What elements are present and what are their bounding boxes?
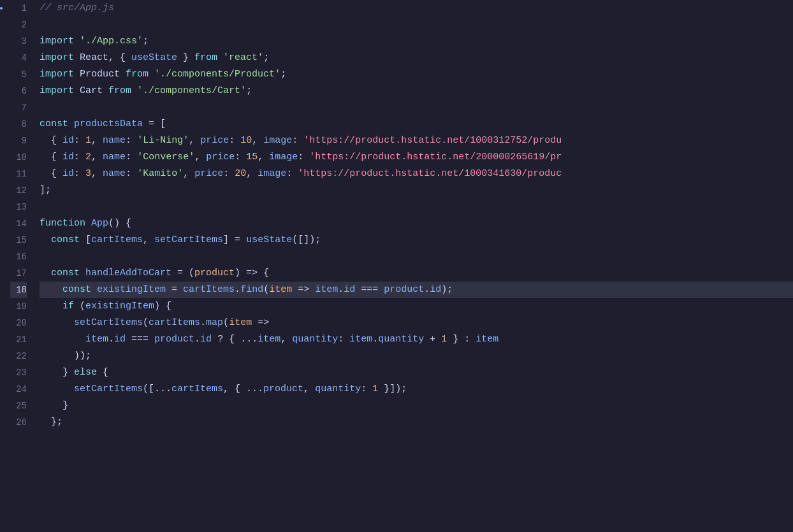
usestate-4: useState	[131, 50, 177, 66]
code-line-5: import Product from './components/Produc…	[40, 66, 793, 83]
else-21: } :	[447, 332, 476, 347]
map-20: map	[206, 315, 223, 331]
image-11: image	[258, 166, 286, 182]
code-line-18: const existingItem = cartItems . find ( …	[40, 282, 793, 298]
comma-15: ,	[143, 233, 154, 248]
closebrace-25: }	[62, 398, 68, 413]
line-num-7: 7	[10, 99, 27, 116]
comma-9a: ,	[91, 133, 103, 148]
txt-4a: React,	[74, 50, 120, 66]
cartitems-20: cartItems	[149, 315, 200, 331]
item-21a: item	[85, 332, 108, 347]
tripleq-18: ===	[355, 282, 384, 298]
line-num-21: 21	[10, 331, 27, 348]
line-num-14: 14	[10, 215, 27, 232]
code-line-1: // src/App.js	[40, 0, 793, 17]
code-line-26: };	[40, 414, 793, 431]
colon-10d: :	[298, 150, 309, 165]
space-3	[74, 34, 80, 49]
line-num-6: 6	[10, 83, 27, 99]
close-24: }]);	[378, 382, 407, 397]
sp-4	[217, 50, 223, 66]
code-line-6: import Cart from './components/Cart' ;	[40, 83, 793, 99]
sp-5c	[149, 67, 154, 82]
str-kamito: 'Kamito'	[137, 166, 183, 182]
product-21: product	[154, 332, 194, 347]
cart-6: Cart	[80, 83, 103, 99]
indent-17	[40, 266, 51, 281]
indent-11	[40, 166, 51, 182]
closebracket-12: ];	[40, 183, 51, 198]
code-line-3: import './App.css' ;	[40, 33, 793, 50]
dot-21a: .	[108, 332, 114, 347]
qty-21: quantity	[378, 332, 424, 347]
gutter-cell-16	[0, 248, 5, 265]
line-num-11: 11	[10, 166, 27, 182]
sp-15a: [	[80, 233, 91, 248]
product-5: Product	[80, 67, 120, 82]
code-line-25: }	[40, 398, 793, 414]
colon-11d: :	[286, 166, 298, 182]
indent-22	[40, 349, 74, 364]
gutter-cell-5	[0, 66, 5, 83]
line-num-25: 25	[10, 398, 27, 414]
gutter-cell-11	[0, 166, 5, 182]
colon-9a: :	[74, 133, 85, 148]
paren-24a: ([...	[143, 382, 171, 397]
code-line-16	[40, 248, 793, 265]
code-content: // src/App.js import './App.css' ; impor…	[32, 0, 793, 532]
sp-5a	[74, 67, 80, 82]
dot-20: .	[200, 315, 206, 331]
line-num-1: 1	[10, 0, 27, 17]
str-cart: './components/Cart'	[137, 83, 246, 99]
line-num-12: 12	[10, 182, 27, 199]
closebrace-23: }	[62, 365, 74, 380]
num-10a: 2	[85, 150, 91, 165]
id-18b: id	[430, 282, 441, 298]
str-product: './components/Product'	[154, 67, 280, 82]
ternary-21: ? { ...	[212, 332, 258, 347]
comma-9c: ,	[252, 133, 263, 148]
gutter-cell-25	[0, 398, 5, 414]
colon-21: :	[338, 332, 349, 347]
fn-handle-17: handleAddToCart	[85, 266, 171, 281]
from-4: from	[194, 50, 217, 66]
indent-26	[40, 415, 51, 430]
close-22: ));	[74, 349, 91, 364]
comma-10a: ,	[91, 150, 103, 165]
parens-15: ([]);	[292, 233, 321, 248]
code-line-19: if ( existingItem ) {	[40, 298, 793, 315]
line-num-13: 13	[10, 199, 27, 215]
indent-19	[40, 299, 62, 314]
setcartitems-20: setCartItems	[74, 315, 143, 331]
line-num-24: 24	[10, 381, 27, 398]
item-18b: item	[315, 282, 338, 298]
comma-10c: ,	[258, 150, 269, 165]
brace-4a: {	[120, 50, 131, 66]
const-15: const	[51, 233, 80, 248]
kw-if-19: if	[62, 299, 74, 314]
from-6: from	[108, 83, 131, 99]
num-9b: 10	[240, 133, 252, 148]
code-area: 1 2 3 4 5 6 7 8 9 10 11 12 13 14 15 16 1…	[0, 0, 793, 532]
cartitems-18: cartItems	[183, 282, 235, 298]
code-line-7	[40, 99, 793, 116]
param-item-20: item	[229, 315, 252, 331]
line-num-9: 9	[10, 133, 27, 149]
gutter-cell-19	[0, 298, 5, 315]
indent-18	[40, 282, 62, 298]
sp-6b	[103, 83, 108, 99]
paren-18a: (	[263, 282, 269, 298]
str-url-9: 'https://product.hstatic.net/1000312752/…	[303, 133, 562, 148]
gutter	[0, 0, 5, 532]
name-11: name	[103, 166, 126, 182]
dot-21c: .	[372, 332, 378, 347]
sp-14a	[85, 216, 91, 231]
find-18: find	[240, 282, 263, 298]
param-item-18: item	[269, 282, 292, 298]
cartitems-24: cartItems	[171, 382, 223, 397]
sp-18a	[91, 282, 97, 298]
colon-10c: :	[235, 150, 246, 165]
code-line-9: { id : 1 , name : 'Li-Ning' , price : 10…	[40, 133, 793, 149]
comma-9b: ,	[189, 133, 200, 148]
